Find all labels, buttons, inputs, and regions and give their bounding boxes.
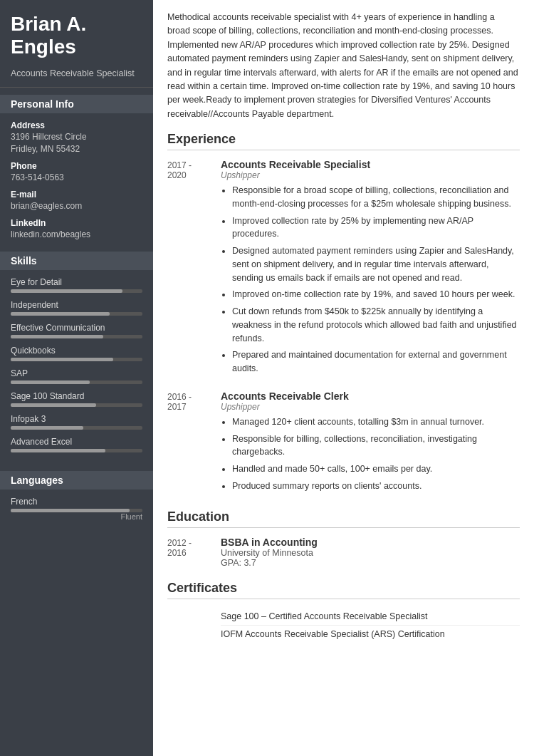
experience-item: 2016 - 2017 Accounts Receivable Clerk Up…: [167, 390, 520, 497]
exp-end: 2020: [167, 170, 187, 180]
skill-item: Effective Communication: [11, 323, 142, 338]
exp-start: 2016 -: [167, 392, 192, 402]
certificates-list: Sage 100 – Certified Accounts Receivable…: [167, 608, 520, 643]
exp-end: 2017: [167, 402, 187, 412]
edu-end: 2016: [167, 548, 187, 558]
exp-dates: 2016 - 2017: [167, 390, 221, 497]
education-list: 2012 - 2016 BSBA in Accounting Universit…: [167, 537, 520, 568]
experience-section: Experience 2017 - 2020 Accounts Receivab…: [167, 132, 520, 497]
certificate-item: IOFM Accounts Receivable Specialist (ARS…: [221, 626, 520, 643]
skill-item: SAP: [11, 368, 142, 384]
skill-bar-fill: [11, 403, 96, 407]
skill-bar-bg: [11, 426, 142, 430]
exp-content: Accounts Receivable Clerk Upshipper Mana…: [221, 390, 520, 497]
skill-bar-fill: [11, 426, 83, 430]
name-block: Brian A. Engles: [0, 0, 153, 64]
edu-school: University of Minnesota: [221, 548, 318, 558]
skill-bar-bg: [11, 312, 142, 316]
bullet-item: Improved on-time collection rate by 19%,…: [232, 288, 520, 301]
address-value: 3196 Hillcrest Circle Fridley, MN 55432: [11, 131, 142, 155]
exp-bullets: Managed 120+ client accounts, totalling …: [221, 415, 520, 493]
skill-name: SAP: [11, 368, 142, 378]
certificate-item: Sage 100 – Certified Accounts Receivable…: [221, 608, 520, 626]
exp-company: Upshipper: [221, 402, 520, 412]
skill-item: Infopak 3: [11, 414, 142, 430]
education-item: 2012 - 2016 BSBA in Accounting Universit…: [167, 537, 520, 568]
skill-name: Advanced Excel: [11, 437, 142, 447]
skills-list: Eye for Detail Independent Effective Com…: [11, 277, 142, 452]
skill-bar-fill: [11, 335, 103, 338]
candidate-name: Brian A. Engles: [11, 13, 142, 58]
skill-bar-bg: [11, 358, 142, 361]
personal-info-section: Personal Info Address 3196 Hillcrest Cir…: [0, 88, 153, 244]
bullet-item: Handled and made 50+ calls, 100+ emails …: [232, 462, 520, 476]
sidebar: Brian A. Engles Accounts Receivable Spec…: [0, 0, 153, 756]
bullet-item: Prepared and maintained documentation fo…: [232, 348, 520, 376]
edu-gpa: GPA: 3.7: [221, 558, 318, 568]
exp-title: Accounts Receivable Specialist: [221, 159, 520, 170]
candidate-title: Accounts Receivable Specialist: [0, 64, 153, 88]
edu-start: 2012 -: [167, 538, 192, 548]
education-section: Education 2012 - 2016 BSBA in Accounting…: [167, 509, 520, 568]
bullet-item: Cut down refunds from $450k to $225k ann…: [232, 305, 520, 345]
skill-name: Quickbooks: [11, 346, 142, 356]
language-item: French Fluent: [11, 497, 142, 521]
exp-dates: 2017 - 2020: [167, 159, 221, 379]
experience-list: 2017 - 2020 Accounts Receivable Speciali…: [167, 159, 520, 497]
skill-bar-bg: [11, 289, 142, 293]
linkedin-value: linkedin.com/beagles: [11, 229, 142, 241]
skill-item: Independent: [11, 300, 142, 316]
languages-list: French Fluent: [11, 497, 142, 521]
edu-content: BSBA in Accounting University of Minneso…: [221, 537, 318, 568]
bullet-item: Produced summary reports on clients' acc…: [232, 480, 520, 493]
skill-name: Effective Communication: [11, 323, 142, 333]
certificates-title: Certificates: [167, 581, 520, 599]
skill-item: Quickbooks: [11, 346, 142, 361]
summary-text: Methodical accounts receivable specialis…: [167, 11, 520, 121]
skills-section: Skills Eye for Detail Independent Effect…: [0, 244, 153, 464]
edu-dates: 2012 - 2016: [167, 537, 221, 568]
skill-bar-fill: [11, 380, 90, 384]
exp-company: Upshipper: [221, 170, 520, 180]
skill-bar-fill: [11, 449, 105, 452]
email-label: E-mail: [11, 190, 142, 200]
skill-bar-fill: [11, 312, 110, 316]
bullet-item: Managed 120+ client accounts, totalling …: [232, 415, 520, 429]
exp-content: Accounts Receivable Specialist Upshipper…: [221, 159, 520, 379]
skill-item: Eye for Detail: [11, 277, 142, 293]
exp-bullets: Responsible for a broad scope of billing…: [221, 184, 520, 376]
skill-bar-bg: [11, 380, 142, 384]
email-value: brian@eagles.com: [11, 200, 142, 212]
bullet-item: Improved collection rate by 25% by imple…: [232, 214, 520, 242]
skills-title: Skills: [0, 252, 153, 270]
skill-bar-fill: [11, 358, 113, 361]
skill-item: Sage 100 Standard: [11, 391, 142, 407]
exp-title: Accounts Receivable Clerk: [221, 390, 520, 402]
exp-start: 2017 -: [167, 160, 192, 170]
certificates-section: Certificates Sage 100 – Certified Accoun…: [167, 581, 520, 643]
language-level: Fluent: [11, 512, 142, 521]
skill-bar-bg: [11, 403, 142, 407]
bullet-item: Responsible for a broad scope of billing…: [232, 184, 520, 211]
skill-bar-bg: [11, 449, 142, 452]
main-content: Methodical accounts receivable specialis…: [153, 0, 534, 756]
phone-value: 763-514-0563: [11, 172, 142, 184]
bullet-item: Responsible for billing, collections, re…: [232, 433, 520, 460]
address-label: Address: [11, 120, 142, 130]
personal-info-title: Personal Info: [0, 95, 153, 113]
bullet-item: Designed automated payment reminders usi…: [232, 244, 520, 284]
skill-name: Infopak 3: [11, 414, 142, 424]
experience-item: 2017 - 2020 Accounts Receivable Speciali…: [167, 159, 520, 379]
linkedin-label: LinkedIn: [11, 218, 142, 228]
experience-title: Experience: [167, 132, 520, 150]
languages-title: Languages: [0, 471, 153, 490]
skill-name: Eye for Detail: [11, 277, 142, 287]
phone-label: Phone: [11, 161, 142, 171]
skill-name: Independent: [11, 300, 142, 310]
skill-item: Advanced Excel: [11, 437, 142, 452]
skill-bar-bg: [11, 335, 142, 338]
language-name: French: [11, 497, 142, 507]
edu-degree: BSBA in Accounting: [221, 537, 318, 548]
languages-section: Languages French Fluent: [0, 464, 153, 529]
skill-bar-fill: [11, 289, 122, 293]
